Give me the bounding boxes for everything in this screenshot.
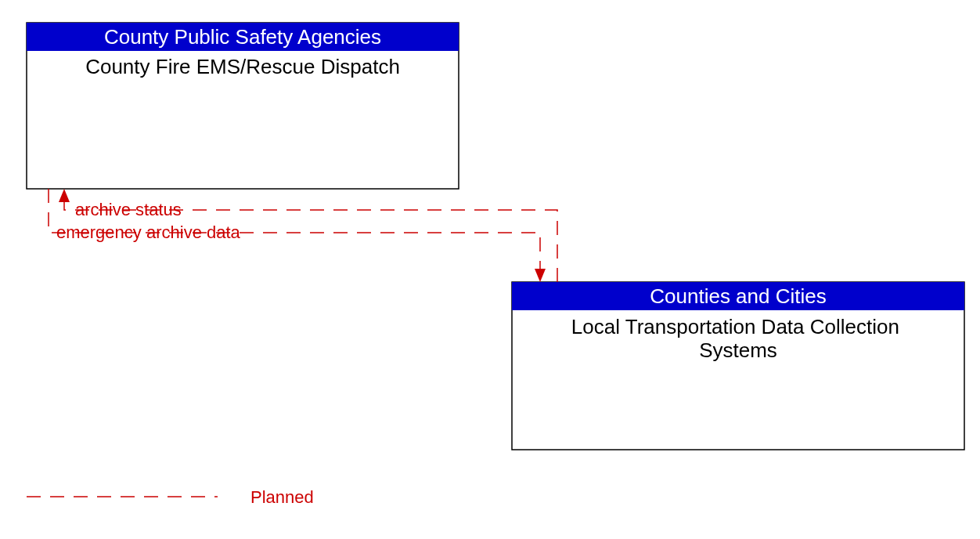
architecture-diagram: County Public Safety Agencies County Fir…	[0, 0, 980, 539]
box-header-text: Counties and Cities	[650, 284, 826, 308]
box-header-text: County Public Safety Agencies	[104, 25, 381, 49]
flow-label: archive status	[75, 200, 182, 219]
arrow-head-icon	[59, 189, 70, 202]
flow-label: emergency archive data	[56, 222, 241, 242]
box-counties-and-cities: Counties and Cities Local Transportation…	[512, 282, 964, 450]
arrow-head-icon	[535, 269, 546, 282]
legend: Planned	[27, 487, 314, 507]
box-county-public-safety: County Public Safety Agencies County Fir…	[27, 23, 459, 189]
box-body-text: County Fire EMS/Rescue Dispatch	[85, 55, 400, 78]
legend-label: Planned	[250, 487, 314, 507]
